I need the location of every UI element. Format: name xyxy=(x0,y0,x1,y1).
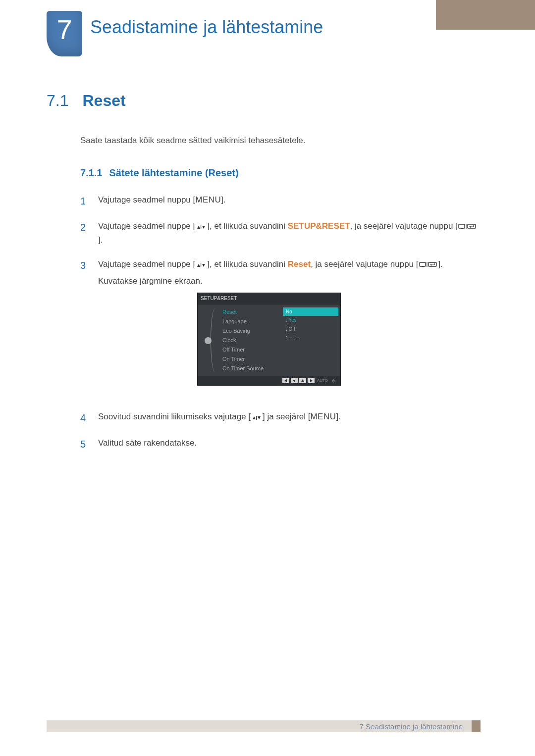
osd-row-language: Language xyxy=(220,317,281,326)
gear-icon xyxy=(205,337,212,344)
osd-nav-left-icon xyxy=(282,378,289,383)
step-body: Soovitud suvandini liikumiseks vajutage … xyxy=(98,410,481,426)
osd-title: SETUP&RESET xyxy=(198,293,340,304)
subsection-number: 7.1.1 xyxy=(80,167,102,179)
text: Vajutage seadmel nuppe [ xyxy=(98,259,195,269)
osd-nav-right-icon xyxy=(308,378,315,383)
svg-marker-24 xyxy=(258,416,261,419)
osd-label: Eco Saving xyxy=(222,327,250,335)
osd-row-offtimer: Off Timer xyxy=(220,345,281,354)
svg-rect-6 xyxy=(468,224,476,228)
text: Soovitud suvandini liikumiseks vajutage … xyxy=(98,412,251,421)
osd-value-clock: : -- : -- xyxy=(283,333,338,342)
step-number: 3 xyxy=(80,258,89,400)
text: ], et liikuda suvandini xyxy=(207,259,288,269)
osd-nav-down-icon xyxy=(291,378,298,383)
page-footer: 7 Seadistamine ja lähtestamine xyxy=(47,720,481,732)
svg-marker-8 xyxy=(197,264,200,267)
osd-auto-label: AUTO xyxy=(317,378,328,384)
svg-rect-12 xyxy=(422,266,424,267)
keyword-reset: Reset xyxy=(288,259,311,269)
osd-body: Reset Language Eco Saving Clock Off Time… xyxy=(198,304,340,376)
text: Vajutage seadmel nuppe [ xyxy=(98,221,195,231)
text: Kuvatakse järgmine ekraan. xyxy=(98,276,203,286)
section-heading: 7.1 Reset xyxy=(47,92,481,110)
text: ]. xyxy=(221,195,225,204)
osd-row-reset: Reset xyxy=(220,307,281,317)
osd-label: Clock xyxy=(222,336,236,345)
section-intro: Saate taastada kõik seadme sätted vaikim… xyxy=(80,136,481,146)
svg-marker-17 xyxy=(293,380,296,382)
text: ]. xyxy=(336,412,341,421)
menu-button-label: MENU xyxy=(195,195,221,204)
osd-row-eco: Eco Saving xyxy=(220,326,281,336)
step-body: Vajutage seadmel nuppe [], et liikuda su… xyxy=(98,258,481,400)
step-body: Valitud säte rakendatakse. xyxy=(98,437,481,452)
footer-text: 7 Seadistamine ja lähtestamine xyxy=(360,722,463,731)
subsection-title: Sätete lähtestamine (Reset) xyxy=(109,167,238,179)
osd-label: Reset xyxy=(222,308,237,316)
step-number: 1 xyxy=(80,194,89,209)
svg-rect-11 xyxy=(420,262,426,266)
up-down-icon xyxy=(195,259,207,272)
text: , ja seejärel vajutage nuppu [ xyxy=(350,221,457,231)
osd-footer: AUTO xyxy=(198,376,340,385)
up-down-icon xyxy=(251,411,263,424)
osd-left xyxy=(198,304,218,376)
osd-row-ontimersrc: On Timer Source xyxy=(220,364,281,373)
svg-marker-18 xyxy=(301,379,304,382)
up-down-icon xyxy=(195,221,207,234)
text: ] ja seejärel [ xyxy=(263,412,310,421)
step-3: 3 Vajutage seadmel nuppe [], et liikuda … xyxy=(80,258,481,400)
page-content: 7.1 Reset Saate taastada kõik seadme sät… xyxy=(47,92,481,463)
osd-highlight-no: No xyxy=(283,307,338,316)
menu-button-label: MENU xyxy=(310,412,336,421)
svg-marker-15 xyxy=(430,264,431,266)
step-number: 5 xyxy=(80,437,89,452)
keyword-setup-reset: SETUP&RESET xyxy=(288,221,350,231)
step-body: Vajutage seadmel nuppe [], et liikuda su… xyxy=(98,220,481,247)
text: , ja seejärel vajutage nuppu [ xyxy=(311,259,418,269)
footer-tab xyxy=(472,720,481,732)
osd-value-yes: : Yes xyxy=(283,316,338,325)
svg-rect-23 xyxy=(256,416,257,420)
svg-marker-2 xyxy=(202,226,205,229)
text: ]. xyxy=(98,235,103,245)
text: ]. xyxy=(438,259,443,269)
osd-row-clock: Clock xyxy=(220,336,281,345)
text: Valitud säte rakendatakse. xyxy=(98,438,197,448)
section-title: Reset xyxy=(82,92,125,110)
svg-rect-1 xyxy=(201,225,201,229)
source-enter-icon xyxy=(419,259,438,272)
step-number: 2 xyxy=(80,220,89,247)
chapter-title: Seadistamine ja lähtestamine xyxy=(90,17,323,38)
osd-values: No : Yes : Off : -- : -- xyxy=(281,304,340,376)
step-number: 4 xyxy=(80,410,89,426)
svg-marker-19 xyxy=(310,379,313,382)
svg-marker-16 xyxy=(284,379,287,382)
svg-marker-22 xyxy=(253,416,256,419)
step-5: 5 Valitud säte rakendatakse. xyxy=(80,437,481,452)
osd-label: Off Timer xyxy=(222,346,245,354)
step-2: 2 Vajutage seadmel nuppe [], et liikuda … xyxy=(80,220,481,247)
subsection-heading: 7.1.1 Sätete lähtestamine (Reset) xyxy=(80,167,481,179)
svg-marker-10 xyxy=(202,264,205,267)
osd-power-icon xyxy=(330,378,337,383)
top-right-band xyxy=(436,0,535,30)
text: ], et liikuda suvandini xyxy=(207,221,288,231)
step-4: 4 Soovitud suvandini liikumiseks vajutag… xyxy=(80,410,481,426)
osd-panel: SETUP&RESET Reset Language Eco Saving Cl… xyxy=(197,293,341,386)
osd-nav-up-icon xyxy=(299,378,306,383)
osd-label: On Timer Source xyxy=(222,364,264,373)
svg-rect-9 xyxy=(201,263,201,267)
section-number: 7.1 xyxy=(47,92,68,110)
osd-screenshot: SETUP&RESET Reset Language Eco Saving Cl… xyxy=(197,293,481,386)
osd-value-off: : Off xyxy=(283,325,338,334)
svg-rect-14 xyxy=(428,262,436,266)
source-enter-icon xyxy=(458,221,478,234)
osd-menu: Reset Language Eco Saving Clock Off Time… xyxy=(218,304,281,376)
svg-marker-0 xyxy=(197,226,200,229)
chapter-number-badge: 7 xyxy=(47,11,82,56)
step-body: Vajutage seadmel nuppu [MENU]. xyxy=(98,194,481,209)
svg-rect-4 xyxy=(461,228,463,229)
